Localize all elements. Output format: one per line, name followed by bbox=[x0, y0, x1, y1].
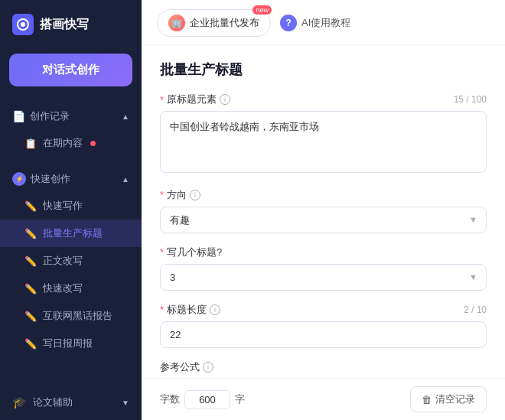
length-info-icon[interactable]: i bbox=[210, 304, 220, 315]
chevron-up-icon: ▲ bbox=[122, 112, 129, 121]
rewrite-label: 正文改写 bbox=[43, 254, 83, 268]
direction-form-group: * 方向 i 有趣 严肃 创意 专业 情感 ▼ bbox=[160, 188, 487, 233]
recent-icon: 📋 bbox=[24, 137, 37, 149]
internet-report-icon: ✏️ bbox=[24, 310, 37, 322]
batch-title-icon: ✏️ bbox=[24, 227, 37, 239]
batch-publish-icon: 🏢 bbox=[168, 15, 185, 31]
word-count-area: 字数 600 字 bbox=[160, 390, 245, 409]
thesis-icon: 🎓 bbox=[12, 396, 27, 409]
batch-title-label: 批量生产标题 bbox=[43, 226, 103, 240]
source-label-row: * 原标题元素 i 15 / 100 bbox=[160, 93, 487, 106]
word-count-prefix: 字数 bbox=[160, 392, 180, 406]
required-star-count: * bbox=[160, 246, 164, 258]
direction-label-row: * 方向 i bbox=[160, 188, 487, 202]
source-textarea[interactable]: 中国创业者铃战越南，东南亚市场 bbox=[160, 111, 487, 173]
word-count-suffix: 字 bbox=[235, 392, 245, 406]
recent-label: 在期内容 bbox=[43, 136, 83, 150]
chevron-up-icon2: ▲ bbox=[122, 175, 129, 184]
rewrite-icon: ✏️ bbox=[24, 255, 37, 267]
quick-copy-icon: ✏️ bbox=[24, 282, 37, 295]
formula-form-group: 参考公式 i 细分人群+数字+结果 悬念式 对比式 数字式 疑问式 ▼ bbox=[160, 360, 487, 379]
sidebar-item-quick-copy[interactable]: ✏️ 快速改写 bbox=[0, 275, 142, 302]
formula-label-row: 参考公式 i bbox=[160, 360, 487, 374]
diary-icon: ✏️ bbox=[24, 337, 37, 350]
word-count-input[interactable]: 600 bbox=[184, 390, 230, 409]
thesis-help-section[interactable]: 🎓 论文辅助 ▼ bbox=[0, 388, 142, 420]
sidebar-item-quick-write[interactable]: ✏️ 快速写作 bbox=[0, 192, 142, 220]
quick-create-label: 快速创作 bbox=[31, 172, 70, 186]
trash-icon: 🗑 bbox=[422, 394, 432, 405]
length-char-count: 2 / 10 bbox=[464, 304, 487, 315]
formula-label: 参考公式 bbox=[160, 360, 200, 374]
batch-publish-label: 企业批量代发布 bbox=[190, 16, 259, 30]
footer-right: 🗑 清空记录 bbox=[410, 386, 487, 412]
sidebar: 搭画快写 对话式创作 📄 创作记录 ▲ 📋 在期内容 ⚡ 快速创作 ▲ ✏️ 快… bbox=[0, 0, 142, 420]
form-area: 批量生产标题 * 原标题元素 i 15 / 100 中国创业者铃战越南，东南亚市… bbox=[142, 45, 505, 378]
sidebar-item-rewrite[interactable]: ✏️ 正文改写 bbox=[0, 247, 142, 275]
logo-text: 搭画快写 bbox=[40, 17, 89, 33]
direction-select-wrap: 有趣 严肃 创意 专业 情感 ▼ bbox=[160, 207, 487, 233]
length-label: 标题长度 bbox=[167, 303, 207, 317]
diary-label: 写日报周报 bbox=[43, 337, 93, 350]
count-select-wrap: 1 2 3 5 10 ▼ bbox=[160, 264, 487, 291]
sidebar-item-internet-report[interactable]: ✏️ 互联网黑话报告 bbox=[0, 302, 142, 330]
quick-create-section: ⚡ 快速创作 ▲ ✏️ 快速写作 ✏️ 批量生产标题 ✏️ 正文改写 ✏️ 快速… bbox=[0, 161, 142, 362]
creation-record-section: 📄 创作记录 ▲ 📋 在期内容 bbox=[0, 99, 142, 161]
clear-button[interactable]: 🗑 清空记录 bbox=[410, 386, 487, 412]
avatar-icon: ⚡ bbox=[12, 172, 26, 186]
page-title: 批量生产标题 bbox=[160, 60, 487, 79]
length-input[interactable]: 22 bbox=[160, 321, 487, 348]
source-char-count: 15 / 100 bbox=[454, 94, 487, 105]
cta-button[interactable]: 对话式创作 bbox=[9, 54, 132, 86]
source-label: 原标题元素 bbox=[167, 93, 217, 106]
creation-record-label: 创作记录 bbox=[30, 109, 70, 123]
direction-select[interactable]: 有趣 严肃 创意 专业 情感 bbox=[160, 207, 487, 233]
source-form-group: * 原标题元素 i 15 / 100 中国创业者铃战越南，东南亚市场 bbox=[160, 93, 487, 176]
count-form-group: * 写几个标题? 1 2 3 5 10 ▼ bbox=[160, 246, 487, 291]
direction-label: 方向 bbox=[167, 188, 187, 202]
sidebar-item-diary[interactable]: ✏️ 写日报周报 bbox=[0, 330, 142, 357]
batch-publish-button[interactable]: 🏢 企业批量代发布 new bbox=[157, 9, 271, 37]
quick-copy-label: 快速改写 bbox=[43, 282, 83, 295]
new-badge: new bbox=[252, 5, 272, 15]
ai-tutorial-label: AI使用教程 bbox=[301, 16, 350, 30]
main-content: 🏢 企业批量代发布 new ? AI使用教程 批量生产标题 * 原标题元素 i … bbox=[142, 0, 505, 420]
quick-create-header[interactable]: ⚡ 快速创作 ▲ bbox=[0, 166, 142, 192]
help-icon: ? bbox=[280, 15, 297, 31]
count-label-row: * 写几个标题? bbox=[160, 246, 487, 259]
thesis-help-label: 论文辅助 bbox=[33, 396, 73, 409]
length-form-group: * 标题长度 i 2 / 10 22 bbox=[160, 303, 487, 348]
creation-record-header[interactable]: 📄 创作记录 ▲ bbox=[0, 103, 142, 129]
notification-dot bbox=[90, 141, 96, 146]
count-label: 写几个标题? bbox=[167, 246, 222, 259]
sidebar-logo: 搭画快写 bbox=[0, 0, 142, 47]
direction-info-icon[interactable]: i bbox=[190, 190, 200, 200]
footer-bar: 字数 600 字 🗑 清空记录 bbox=[142, 378, 505, 420]
required-star-source: * bbox=[160, 94, 164, 106]
document-icon: 📄 bbox=[12, 110, 25, 122]
svg-point-1 bbox=[21, 22, 25, 27]
required-star-direction: * bbox=[160, 189, 164, 200]
quick-write-label: 快速写作 bbox=[43, 199, 83, 213]
length-label-row: * 标题长度 i 2 / 10 bbox=[160, 303, 487, 317]
ai-tutorial-button[interactable]: ? AI使用教程 bbox=[280, 15, 350, 31]
sidebar-item-recent[interactable]: 📋 在期内容 bbox=[0, 129, 142, 157]
formula-info-icon[interactable]: i bbox=[203, 362, 213, 373]
chevron-down-icon: ▼ bbox=[122, 399, 129, 407]
required-star-length: * bbox=[160, 304, 164, 315]
quick-write-icon: ✏️ bbox=[24, 200, 37, 212]
source-info-icon[interactable]: i bbox=[220, 94, 230, 105]
clear-label: 清空记录 bbox=[435, 392, 475, 406]
topbar: 🏢 企业批量代发布 new ? AI使用教程 bbox=[142, 0, 505, 45]
count-select[interactable]: 1 2 3 5 10 bbox=[160, 264, 487, 291]
internet-report-label: 互联网黑话报告 bbox=[43, 309, 112, 323]
sidebar-item-batch-title[interactable]: ✏️ 批量生产标题 bbox=[0, 220, 142, 247]
logo-icon bbox=[12, 14, 34, 35]
